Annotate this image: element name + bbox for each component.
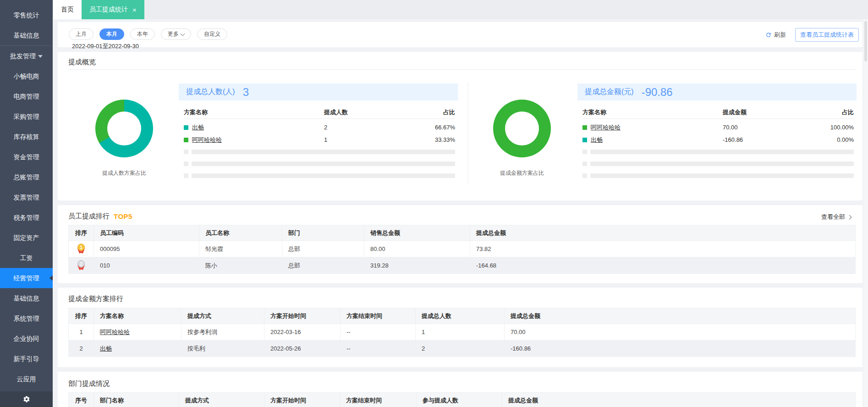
- column-header: 销售总金额: [364, 225, 470, 241]
- collapse-arrow-icon: [49, 275, 53, 281]
- skeleton-row: [184, 146, 455, 158]
- view-all-link[interactable]: 查看全部: [821, 213, 851, 221]
- col-header: 方案名称: [582, 108, 723, 117]
- vertical-scrollbar[interactable]: [863, 19, 868, 407]
- col-header: 提成人数: [324, 108, 397, 117]
- department-title-row: 部门提成情况: [68, 379, 855, 388]
- data-cell: 2022-03-16: [264, 324, 341, 340]
- date-range-text: 2022-09-01至2022-09-30: [69, 42, 227, 50]
- skeleton-bar: [192, 150, 455, 154]
- rank-cell: 2: [69, 257, 94, 274]
- data-cell: 1: [416, 324, 505, 340]
- sidebar-item-0[interactable]: 零售统计: [0, 5, 53, 25]
- data-cell: 80.00: [364, 241, 470, 257]
- main-area: 首页员工提成统计× 上月本月本年更多自定义 2022-09-01至2022-09…: [53, 0, 868, 407]
- refresh-button[interactable]: 刷新: [765, 31, 786, 39]
- table-row: 1呵呵哈哈哈按参考利润2022-03-16--170.00: [69, 324, 856, 340]
- sidebar-item-15[interactable]: 系统管理: [0, 308, 53, 329]
- table-row: 1000095邹光霞总部80.0073.82: [69, 241, 856, 257]
- close-icon[interactable]: ×: [132, 6, 137, 13]
- column-header: 方案结束时间: [340, 393, 417, 407]
- plan-link[interactable]: 出畅: [192, 123, 204, 132]
- plan-link[interactable]: 出畅: [591, 136, 603, 144]
- plan-share-table-right: 方案名称提成金额占比呵呵哈哈哈70.00100.00%出畅-160.860.00…: [582, 106, 854, 182]
- col-header: 方案名称: [184, 108, 324, 117]
- sidebar-item-7[interactable]: 资金管理: [0, 147, 53, 167]
- view-commission-report-button[interactable]: 查看员工提成统计表: [795, 28, 859, 42]
- sidebar-item-label: 经营管理: [14, 274, 39, 282]
- filter-card: 上月本月本年更多自定义 2022-09-01至2022-09-30 刷新 查看员…: [58, 22, 863, 47]
- sidebar-item-label: 工资: [20, 254, 33, 262]
- donut-hole: [107, 112, 141, 145]
- rank-cell: 1: [69, 241, 94, 257]
- silver-medal-icon: 2: [77, 260, 86, 271]
- sidebar-item-6[interactable]: 库存核算: [0, 127, 53, 147]
- sidebar-item-12[interactable]: 工资: [0, 248, 53, 268]
- column-header: 排序: [69, 225, 94, 241]
- sidebar-item-13[interactable]: 经营管理: [0, 268, 53, 288]
- sidebar-item-label: 采购管理: [14, 113, 39, 120]
- skeleton-bar: [590, 173, 854, 178]
- filter-pill-4[interactable]: 自定义: [197, 28, 227, 40]
- sidebar-item-9[interactable]: 发票管理: [0, 187, 53, 207]
- filter-pill-label: 更多: [168, 30, 179, 38]
- title-separator: [68, 69, 855, 70]
- scrollbar-thumb[interactable]: [864, 21, 867, 61]
- filter-pill-0[interactable]: 上月: [69, 28, 93, 40]
- sidebar-item-18[interactable]: 云应用: [0, 369, 53, 389]
- sidebar-item-label: 基础信息: [14, 295, 39, 302]
- sidebar-item-17[interactable]: 新手引导: [0, 349, 53, 369]
- skeleton-row: [582, 146, 854, 158]
- sidebar-item-label: 小畅电商: [14, 72, 39, 80]
- plan-name-cell: 呵呵哈哈哈: [582, 123, 723, 132]
- plan-link[interactable]: 出畅: [100, 345, 112, 352]
- department-table: 序号部门名称提成方式方案开始时间方案结束时间参与提成人数提成总金额: [68, 392, 856, 407]
- sidebar-item-11[interactable]: 固定资产: [0, 228, 53, 248]
- chevron-right-icon: [847, 215, 852, 219]
- table-header-row: 序号部门名称提成方式方案开始时间方案结束时间参与提成人数提成总金额: [69, 393, 856, 407]
- tab-home[interactable]: 首页: [53, 0, 82, 19]
- sidebar-item-10[interactable]: 税务管理: [0, 207, 53, 228]
- sidebar-item-label: 税务管理: [14, 214, 39, 221]
- sidebar-item-1[interactable]: 基础信息: [0, 25, 53, 45]
- plan-percent-cell: 33.33%: [397, 136, 455, 143]
- medal-number: 1: [77, 244, 85, 251]
- column-header: 部门名称: [94, 393, 179, 407]
- sidebar-item-16[interactable]: 企业协同: [0, 329, 53, 349]
- sidebar-item-14[interactable]: 基础信息: [0, 288, 53, 308]
- tab-active[interactable]: 员工提成统计×: [82, 0, 144, 19]
- sidebar-item-3[interactable]: 小畅电商: [0, 66, 53, 86]
- filter-pill-3[interactable]: 更多: [161, 28, 191, 40]
- data-cell: 出畅: [94, 340, 181, 357]
- column-header: 方案名称: [94, 308, 181, 324]
- plan-link[interactable]: 呵呵哈哈哈: [100, 329, 130, 335]
- data-cell: 邹光霞: [199, 241, 282, 257]
- plan-share-header: 方案名称提成人数占比: [184, 106, 455, 119]
- refresh-icon: [765, 32, 772, 38]
- sidebar-menu: 零售统计基础信息批发管理小畅电商电商管理采购管理库存核算资金管理总账管理发票管理…: [0, 0, 53, 389]
- skeleton-square: [184, 150, 188, 154]
- column-header: 方案开始时间: [264, 308, 341, 324]
- sidebar-item-5[interactable]: 采购管理: [0, 106, 53, 127]
- sidebar-settings-button[interactable]: [0, 391, 53, 407]
- sidebar-item-8[interactable]: 总账管理: [0, 167, 53, 187]
- sidebar-item-4[interactable]: 电商管理: [0, 86, 53, 106]
- filter-pill-1[interactable]: 本月: [99, 28, 124, 40]
- rank-cell: 1: [69, 324, 94, 340]
- rank-cell: 2: [69, 340, 94, 357]
- plan-link[interactable]: 呵呵哈哈哈: [591, 123, 621, 132]
- col-header: 占比: [397, 108, 455, 117]
- column-header: 提成总金额: [505, 308, 856, 324]
- skeleton-bar: [590, 162, 854, 166]
- sidebar-item-2[interactable]: 批发管理: [0, 46, 53, 66]
- table-header-row: 排序方案名称提成方式方案开始时间方案结束时间提成总人数提成总金额: [69, 308, 856, 324]
- column-header: 部门: [282, 225, 364, 241]
- column-header: 员工编码: [94, 225, 199, 241]
- filter-pill-2[interactable]: 本年: [130, 28, 155, 40]
- plan-name-cell: 出畅: [582, 136, 723, 144]
- column-header: 参与提成人数: [417, 393, 502, 407]
- plan-link[interactable]: 呵呵哈哈哈: [192, 136, 222, 144]
- filter-pill-label: 上月: [76, 30, 87, 38]
- column-header: 提成方式: [181, 308, 264, 324]
- tab-label: 员工提成统计: [89, 6, 128, 14]
